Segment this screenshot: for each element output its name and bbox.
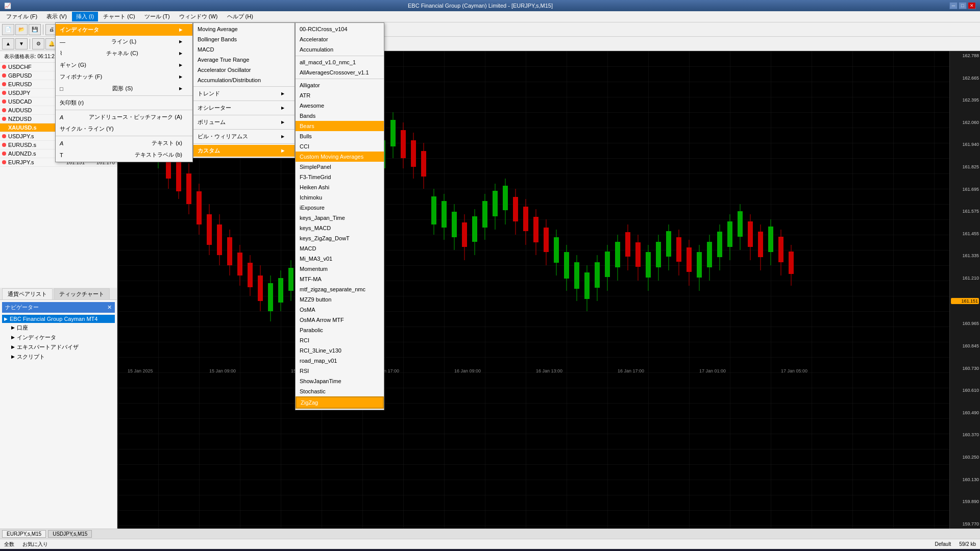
svg-rect-24 <box>237 253 242 276</box>
custom-mtfma[interactable]: MTF-MA <box>296 274 384 284</box>
custom-moving-averages[interactable]: Custom Moving Averages <box>296 152 384 162</box>
ind-moving-average[interactable]: Moving Average <box>193 24 295 34</box>
ind-accelerator[interactable]: Accelerator Oscillator <box>193 65 295 75</box>
ind-accumulation[interactable]: Accumulation/Distribution <box>193 75 295 85</box>
sell-button[interactable]: ▼ <box>15 38 28 49</box>
nav-item-broker[interactable]: ▶ EBC Financial Group Cayman MT4 <box>2 315 115 323</box>
svg-rect-120 <box>727 221 732 247</box>
menu-insert-fibonacci[interactable]: フィボナッチ (F) ▶ <box>56 71 192 83</box>
custom-roadmap[interactable]: road_map_v01 <box>296 356 384 366</box>
custom-mi-ma3[interactable]: Mi_MA3_v01 <box>296 254 384 264</box>
new-chart-button[interactable]: 📄 <box>2 24 14 35</box>
custom-simplepanel[interactable]: SimplePanel <box>296 162 384 172</box>
save-button[interactable]: 💾 <box>29 24 41 35</box>
custom-momentum[interactable]: Momentum <box>296 264 384 274</box>
custom-allaverages[interactable]: AllAveragesCrossover_v1.1 <box>296 67 384 78</box>
menu-insert-line[interactable]: — ライン (L) ▶ <box>56 36 192 47</box>
svg-rect-126 <box>758 232 763 257</box>
menu-help[interactable]: ヘルプ (H) <box>223 12 257 21</box>
menu-tools[interactable]: ツール (T) <box>140 12 174 21</box>
custom-f3timegrid[interactable]: F3-TimeGrid <box>296 172 384 182</box>
ind-custom[interactable]: カスタム ▶ <box>193 145 295 157</box>
svg-text:16 Jan 13:00: 16 Jan 13:00 <box>536 368 562 373</box>
nav-item-indicators[interactable]: ▶ インディケータ <box>9 333 115 342</box>
restore-button[interactable]: □ <box>959 2 967 9</box>
custom-awesome[interactable]: Awesome <box>296 101 384 111</box>
custom-cci[interactable]: CCI <box>296 141 384 152</box>
menu-insert[interactable]: 挿入 (I) <box>72 12 98 21</box>
minimize-button[interactable]: ─ <box>949 2 958 9</box>
custom-atr[interactable]: ATR <box>296 90 384 101</box>
tab-currency-list[interactable]: 通貨ペアリスト <box>2 288 53 299</box>
channel-arrow: ▶ <box>179 51 182 56</box>
menu-insert-textlabel[interactable]: T テキストラベル (b) <box>56 149 192 161</box>
custom-bands[interactable]: Bands <box>296 111 384 121</box>
svg-rect-12 <box>176 158 181 191</box>
custom-alligator[interactable]: Alligator <box>296 80 384 90</box>
custom-ichimoku[interactable]: Ichimoku <box>296 192 384 203</box>
close-button[interactable]: ✕ <box>968 2 976 9</box>
menu-window[interactable]: ウィンドウ (W) <box>175 12 222 21</box>
custom-sep-1 <box>296 56 384 56</box>
menu-chart[interactable]: チャート (C) <box>99 12 139 21</box>
menubar: ファイル (F) 表示 (V) 挿入 (I) チャート (C) ツール (T) … <box>0 11 980 22</box>
custom-allmacd[interactable]: all_macd_v1.0_nmc_1 <box>296 57 384 67</box>
custom-accumulation[interactable]: Accumulation <box>296 44 384 55</box>
ind-bollinger[interactable]: Bollinger Bands <box>193 34 295 44</box>
custom-mtf-zigzag[interactable]: mtf_zigzag_separate_nmc <box>296 284 384 294</box>
ind-volume[interactable]: ボリューム▶ <box>193 116 295 128</box>
custom-keys-japantime[interactable]: keys_Japan_Time <box>296 213 384 223</box>
nav-item-scripts[interactable]: ▶ スクリプト <box>9 352 115 362</box>
custom-rci3line[interactable]: RCI_3Line_v130 <box>296 345 384 356</box>
chart-tab-eurjpy[interactable]: EURJPY,s,M15 <box>2 530 46 538</box>
chart-tab-usdjpy[interactable]: USDJPY,s,M15 <box>48 530 92 538</box>
svg-rect-18 <box>207 214 212 245</box>
custom-showjapantime[interactable]: ShowJapanTime <box>296 376 384 386</box>
menu-insert-channel[interactable]: ⌇ チャネル (C) ▶ <box>56 47 192 59</box>
custom-osma-arrow[interactable]: OsMA Arrow MTF <box>296 315 384 325</box>
custom-zigzag[interactable]: ZigZag <box>296 396 384 409</box>
custom-macd[interactable]: MACD <box>296 243 384 254</box>
custom-osma[interactable]: OsMA <box>296 305 384 315</box>
svg-rect-58 <box>411 140 416 167</box>
arrow-label: 矢印類 (r) <box>60 99 84 107</box>
custom-rsi[interactable]: RSI <box>296 366 384 376</box>
menu-insert-pitchfork[interactable]: A アンドリュース・ピッチフォーク (A) <box>56 111 192 123</box>
custom-00rcicross[interactable]: 00-RCICross_v104 <box>296 24 384 34</box>
custom-accelerator[interactable]: Accelerator <box>296 34 384 44</box>
open-button[interactable]: 📂 <box>15 24 28 35</box>
menu-insert-indicator[interactable]: インディケータ ▶ <box>56 24 192 36</box>
tab-tick-chart[interactable]: ティックチャート <box>54 288 110 299</box>
ind-billwilliams[interactable]: ビル・ウィリアムス▶ <box>193 131 295 142</box>
nav-item-account[interactable]: ▶ 口座 <box>9 323 115 333</box>
custom-stochastic[interactable]: Stochastic <box>296 386 384 396</box>
nav-item-experts[interactable]: ▶ エキスパートアドバイザ <box>9 342 115 352</box>
expert-button[interactable]: ⚙ <box>32 38 44 49</box>
custom-keys-macd[interactable]: keys_MACD <box>296 223 384 233</box>
ind-atr[interactable]: Average True Range <box>193 55 295 65</box>
line-label: ライン (L) <box>111 38 137 45</box>
menu-insert-arrow[interactable]: 矢印類 (r) <box>56 97 192 109</box>
custom-mzz9[interactable]: MZZ9 button <box>296 294 384 305</box>
menu-insert-shape[interactable]: □ 図形 (S) ▶ <box>56 83 192 94</box>
ind-macd[interactable]: MACD <box>193 44 295 55</box>
menu-insert-cycle[interactable]: サイクル・ライン (Y) <box>56 123 192 135</box>
custom-heikenashi[interactable]: Heiken Ashi <box>296 182 384 192</box>
custom-rci[interactable]: RCI <box>296 335 384 345</box>
ind-oscillator[interactable]: オシレーター▶ <box>193 102 295 114</box>
custom-parabolic[interactable]: Parabolic <box>296 325 384 335</box>
menu-file[interactable]: ファイル (F) <box>2 12 41 21</box>
custom-bulls[interactable]: Bulls <box>296 131 384 141</box>
menu-view[interactable]: 表示 (V) <box>42 12 71 21</box>
custom-keys-zigzag[interactable]: keys_ZigZag_DowT <box>296 233 384 243</box>
ind-trend[interactable]: トレンド▶ <box>193 88 295 99</box>
navigator-close-button[interactable]: ✕ <box>107 304 112 311</box>
currency-dot <box>2 65 6 69</box>
svg-text:15 Jan 2025: 15 Jan 2025 <box>128 368 153 373</box>
menu-insert-gann[interactable]: ギャン (G) ▶ <box>56 59 192 71</box>
custom-bears[interactable]: Bears <box>296 121 384 131</box>
experts-icon: ▶ <box>11 344 15 349</box>
custom-iexposure[interactable]: iExposure <box>296 203 384 213</box>
menu-insert-text[interactable]: A テキスト (x) <box>56 137 192 149</box>
buy-button[interactable]: ▲ <box>2 38 14 49</box>
